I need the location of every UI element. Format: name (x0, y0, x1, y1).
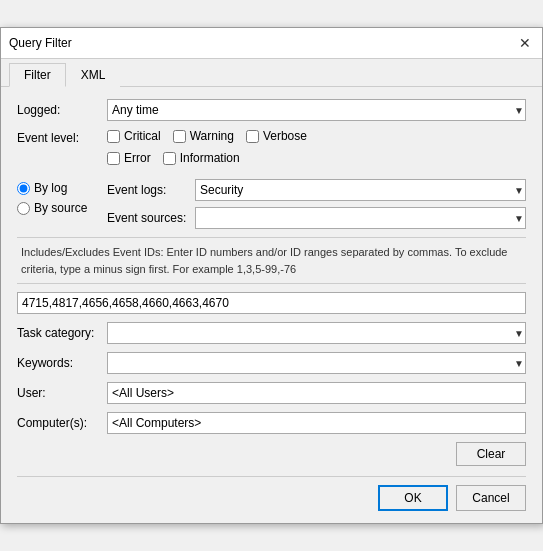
event-level-checkboxes2: Error Information (107, 151, 252, 169)
logged-row: Logged: Any time Last hour Last 12 hours… (17, 99, 526, 121)
event-sources-select[interactable] (195, 207, 526, 229)
event-ids-input[interactable] (17, 292, 526, 314)
logged-select[interactable]: Any time Last hour Last 12 hours Last 24… (107, 99, 526, 121)
log-source-fields: Event logs: Security Application System … (107, 179, 526, 229)
user-input[interactable] (107, 382, 526, 404)
computer-label: Computer(s): (17, 416, 107, 430)
bylog-radio[interactable] (17, 182, 30, 195)
bysource-label: By source (34, 201, 87, 215)
clear-row: Clear (17, 442, 526, 466)
error-label: Error (124, 151, 151, 165)
tab-filter[interactable]: Filter (9, 63, 66, 87)
cancel-button[interactable]: Cancel (456, 485, 526, 511)
event-sources-row: Event sources: ▼ (107, 207, 526, 229)
information-checkbox-item[interactable]: Information (163, 151, 240, 165)
warning-label: Warning (190, 129, 234, 143)
event-logs-select[interactable]: Security Application System (195, 179, 526, 201)
event-logs-row: Event logs: Security Application System … (107, 179, 526, 201)
task-category-select-wrapper: ▼ (107, 322, 526, 344)
bylog-label: By log (34, 181, 67, 195)
close-button[interactable]: ✕ (516, 34, 534, 52)
event-logs-select-wrapper: Security Application System ▼ (195, 179, 526, 201)
clear-button[interactable]: Clear (456, 442, 526, 466)
computer-input[interactable] (107, 412, 526, 434)
critical-checkbox-item[interactable]: Critical (107, 129, 161, 143)
event-level-checkboxes: Critical Warning Verbose (107, 129, 319, 147)
tab-bar: Filter XML (1, 59, 542, 87)
warning-checkbox[interactable] (173, 130, 186, 143)
log-source-section: By log By source Event logs: Security Ap… (17, 179, 526, 229)
critical-checkbox[interactable] (107, 130, 120, 143)
bysource-radio-item[interactable]: By source (17, 201, 107, 215)
task-category-select[interactable] (107, 322, 526, 344)
event-level-row: Event level: Critical Warning Verbose (17, 129, 526, 147)
bylog-radio-item[interactable]: By log (17, 181, 107, 195)
bottom-buttons: OK Cancel (17, 476, 526, 511)
user-label: User: (17, 386, 107, 400)
title-bar: Query Filter ✕ (1, 28, 542, 59)
logged-label: Logged: (17, 103, 107, 117)
information-checkbox[interactable] (163, 152, 176, 165)
information-label: Information (180, 151, 240, 165)
computer-row: Computer(s): (17, 412, 526, 434)
event-sources-label: Event sources: (107, 211, 187, 225)
radio-column: By log By source (17, 179, 107, 215)
event-id-row (17, 292, 526, 314)
event-sources-select-wrapper: ▼ (195, 207, 526, 229)
query-filter-dialog: Query Filter ✕ Filter XML Logged: Any ti… (0, 27, 543, 524)
task-category-row: Task category: ▼ (17, 322, 526, 344)
error-checkbox-item[interactable]: Error (107, 151, 151, 165)
keywords-label: Keywords: (17, 356, 107, 370)
critical-label: Critical (124, 129, 161, 143)
filter-content: Logged: Any time Last hour Last 12 hours… (1, 87, 542, 523)
event-level-label: Event level: (17, 131, 107, 145)
event-level-row2: Error Information (17, 151, 526, 169)
event-logs-label: Event logs: (107, 183, 187, 197)
keywords-select-wrapper: ▼ (107, 352, 526, 374)
warning-checkbox-item[interactable]: Warning (173, 129, 234, 143)
task-category-label: Task category: (17, 326, 107, 340)
logged-select-wrapper: Any time Last hour Last 12 hours Last 24… (107, 99, 526, 121)
tab-xml[interactable]: XML (66, 63, 121, 87)
keywords-row: Keywords: ▼ (17, 352, 526, 374)
error-checkbox[interactable] (107, 152, 120, 165)
description-text: Includes/Excludes Event IDs: Enter ID nu… (17, 237, 526, 284)
bysource-radio[interactable] (17, 202, 30, 215)
ok-button[interactable]: OK (378, 485, 448, 511)
verbose-checkbox[interactable] (246, 130, 259, 143)
verbose-checkbox-item[interactable]: Verbose (246, 129, 307, 143)
keywords-select[interactable] (107, 352, 526, 374)
user-row: User: (17, 382, 526, 404)
verbose-label: Verbose (263, 129, 307, 143)
dialog-title: Query Filter (9, 36, 72, 50)
